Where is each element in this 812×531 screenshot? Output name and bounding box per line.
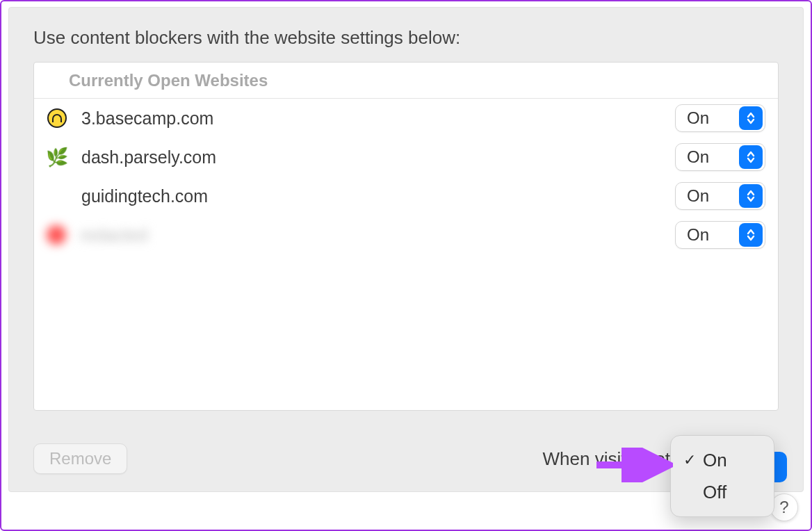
settings-panel: Use content blockers with the website se… <box>8 7 804 492</box>
chevron-up-down-icon <box>739 106 763 130</box>
site-setting-dropdown[interactable]: On <box>675 143 765 171</box>
websites-list: Currently Open Websites 3.basecamp.comOn… <box>33 62 779 411</box>
popover-option-label: Off <box>703 482 726 503</box>
dropdown-value: On <box>676 147 737 167</box>
other-websites-popover: ✓OnOff <box>670 435 774 517</box>
chevron-up-down-icon <box>739 223 763 247</box>
checkmark-icon: ✓ <box>681 451 699 469</box>
popover-option[interactable]: Off <box>671 476 774 508</box>
site-setting-dropdown[interactable]: On <box>675 182 765 210</box>
site-setting-dropdown[interactable]: On <box>675 104 765 132</box>
site-setting-dropdown[interactable]: On <box>675 221 765 249</box>
help-button[interactable]: ? <box>770 493 798 521</box>
chevron-up-down-icon <box>739 184 763 208</box>
dropdown-value: On <box>676 186 737 206</box>
website-name: guidingtech.com <box>81 186 675 206</box>
website-name: 3.basecamp.com <box>81 108 675 129</box>
websites-list-header: Currently Open Websites <box>34 63 778 99</box>
dropdown-value: On <box>676 225 737 245</box>
favicon-icon <box>47 186 67 206</box>
table-row[interactable]: guidingtech.comOn <box>34 177 778 215</box>
annotation-arrow-icon <box>596 448 673 485</box>
favicon-icon <box>47 108 67 129</box>
remove-button[interactable]: Remove <box>33 443 127 474</box>
panel-heading: Use content blockers with the website se… <box>33 27 460 49</box>
popover-option-label: On <box>703 450 727 471</box>
popover-option[interactable]: ✓On <box>671 444 774 476</box>
favicon-icon: 🌿 <box>47 147 67 168</box>
chevron-up-down-icon <box>739 145 763 169</box>
dropdown-value: On <box>676 108 737 128</box>
website-name: redacted <box>80 225 675 245</box>
favicon-icon <box>47 225 66 245</box>
table-row[interactable]: redactedOn <box>34 215 778 254</box>
other-websites-dropdown[interactable] <box>774 452 787 482</box>
website-name: dash.parsely.com <box>81 147 675 168</box>
table-row[interactable]: 3.basecamp.comOn <box>34 99 778 138</box>
table-row[interactable]: 🌿dash.parsely.comOn <box>34 138 778 177</box>
